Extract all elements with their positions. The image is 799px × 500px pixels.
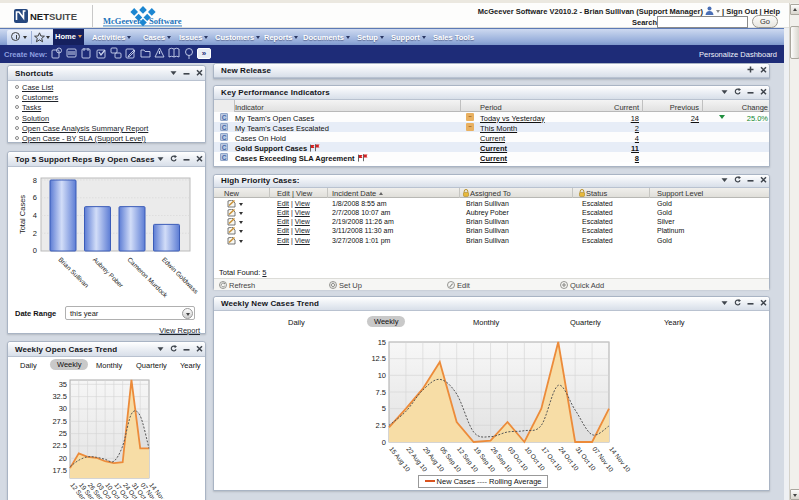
svg-text:27.5: 27.5: [52, 417, 67, 426]
svg-text:25: 25: [59, 429, 67, 438]
svg-text:10: 10: [378, 371, 386, 380]
svg-text:6: 6: [33, 193, 37, 202]
svg-text:2: 2: [33, 229, 37, 238]
svg-text:Brian Sullivan: Brian Sullivan: [57, 256, 90, 289]
svg-text:8: 8: [33, 176, 37, 185]
svg-text:0: 0: [382, 438, 386, 447]
svg-text:Software: Software: [149, 16, 182, 26]
svg-text:NETSUITE: NETSUITE: [30, 11, 77, 22]
svg-text:32.5: 32.5: [52, 392, 67, 401]
svg-text:15: 15: [378, 338, 386, 347]
svg-text:12.5: 12.5: [371, 354, 386, 363]
svg-text:20: 20: [59, 454, 67, 463]
svg-text:Total Cases: Total Cases: [18, 195, 27, 234]
svg-text:McGeever: McGeever: [103, 16, 141, 26]
svg-text:Edwin Goldwass: Edwin Goldwass: [161, 256, 200, 295]
svg-text:35: 35: [59, 380, 67, 389]
svg-text:Aubrey Pober: Aubrey Pober: [91, 256, 125, 290]
svg-text:7.5: 7.5: [376, 388, 386, 397]
svg-text:2.5: 2.5: [376, 421, 386, 430]
svg-text:5: 5: [382, 404, 386, 413]
svg-text:17.5: 17.5: [52, 466, 67, 475]
svg-text:22.5: 22.5: [52, 441, 67, 450]
svg-text:30: 30: [59, 404, 67, 413]
svg-text:4: 4: [33, 211, 37, 220]
svg-text:0: 0: [33, 246, 37, 255]
